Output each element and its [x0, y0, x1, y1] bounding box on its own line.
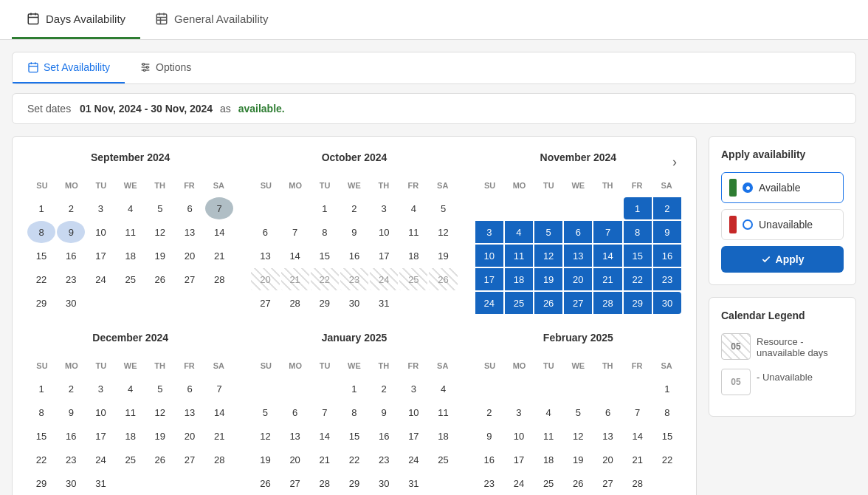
day-cell[interactable]: 4 [399, 197, 427, 219]
day-cell[interactable]: 27 [564, 292, 592, 314]
day-cell[interactable]: 10 [399, 401, 427, 423]
sub-tab-options[interactable]: Options [125, 52, 206, 83]
day-cell[interactable]: 28 [593, 292, 621, 314]
day-cell[interactable]: 29 [340, 472, 368, 494]
day-cell[interactable]: 8 [27, 221, 55, 243]
day-cell[interactable]: 9 [340, 221, 368, 243]
day-cell[interactable]: 5 [534, 221, 562, 243]
day-cell[interactable]: 5 [251, 401, 279, 423]
day-cell[interactable]: 30 [57, 472, 85, 494]
sub-tab-set-availability[interactable]: Set Availability [13, 52, 125, 83]
day-cell[interactable]: 8 [653, 401, 681, 423]
day-cell[interactable]: 9 [475, 425, 503, 447]
day-cell[interactable]: 15 [27, 425, 55, 447]
day-cell[interactable]: 9 [653, 221, 681, 243]
day-cell[interactable]: 19 [251, 448, 279, 471]
day-cell[interactable]: 26 [146, 268, 174, 290]
day-cell[interactable]: 16 [370, 425, 398, 447]
day-cell[interactable]: 29 [27, 292, 55, 314]
day-cell[interactable]: 20 [281, 448, 309, 471]
day-cell[interactable]: 2 [653, 197, 681, 219]
day-cell[interactable]: 9 [57, 401, 85, 423]
day-cell[interactable]: 31 [399, 472, 427, 494]
day-cell[interactable]: 22 [311, 268, 339, 290]
day-cell[interactable]: 15 [27, 245, 55, 267]
tab-days-availability[interactable]: Days Availability [12, 0, 140, 39]
day-cell[interactable]: 20 [593, 448, 621, 471]
day-cell[interactable]: 21 [624, 448, 652, 471]
day-cell[interactable]: 11 [429, 401, 457, 423]
day-cell[interactable]: 25 [429, 448, 457, 471]
day-cell[interactable]: 13 [176, 221, 204, 243]
apply-button[interactable]: Apply [721, 246, 844, 273]
day-cell[interactable]: 15 [653, 425, 681, 447]
day-cell[interactable]: 19 [564, 448, 592, 471]
day-cell[interactable]: 10 [86, 401, 114, 423]
day-cell[interactable]: 19 [146, 425, 174, 447]
day-cell[interactable]: 6 [564, 221, 592, 243]
day-cell[interactable]: 11 [534, 425, 562, 447]
day-cell[interactable]: 25 [399, 268, 427, 290]
day-cell[interactable]: 13 [176, 401, 204, 423]
day-cell[interactable]: 14 [205, 401, 233, 423]
day-cell[interactable]: 24 [505, 472, 533, 494]
day-cell[interactable]: 25 [117, 448, 145, 471]
day-cell[interactable]: 27 [281, 472, 309, 494]
day-cell[interactable]: 21 [593, 268, 621, 290]
day-cell[interactable]: 14 [593, 245, 621, 267]
unavailable-option[interactable]: Unavailable [721, 209, 844, 240]
day-cell[interactable]: 15 [311, 245, 339, 267]
day-cell[interactable]: 16 [653, 245, 681, 267]
day-cell[interactable]: 25 [534, 472, 562, 494]
day-cell[interactable]: 30 [653, 292, 681, 314]
day-cell[interactable]: 11 [505, 245, 533, 267]
day-cell[interactable]: 23 [340, 268, 368, 290]
day-cell[interactable]: 2 [370, 378, 398, 400]
day-cell[interactable]: 11 [117, 401, 145, 423]
day-cell[interactable]: 26 [146, 448, 174, 471]
day-cell[interactable]: 1 [653, 378, 681, 400]
day-cell[interactable]: 21 [281, 268, 309, 290]
day-cell[interactable]: 19 [534, 268, 562, 290]
day-cell[interactable]: 7 [205, 378, 233, 400]
day-cell[interactable]: 17 [86, 425, 114, 447]
day-cell[interactable]: 31 [86, 472, 114, 494]
day-cell[interactable]: 18 [429, 425, 457, 447]
day-cell[interactable]: 6 [593, 401, 621, 423]
day-cell[interactable]: 3 [475, 221, 503, 243]
day-cell[interactable]: 26 [429, 268, 457, 290]
day-cell[interactable]: 16 [340, 245, 368, 267]
day-cell[interactable]: 3 [86, 197, 114, 219]
day-cell[interactable]: 2 [57, 378, 85, 400]
day-cell[interactable]: 12 [146, 401, 174, 423]
day-cell[interactable]: 22 [340, 448, 368, 471]
day-cell[interactable]: 27 [176, 268, 204, 290]
day-cell[interactable]: 21 [311, 448, 339, 471]
day-cell[interactable]: 10 [86, 221, 114, 243]
day-cell[interactable]: 1 [27, 378, 55, 400]
day-cell[interactable]: 4 [534, 401, 562, 423]
day-cell[interactable]: 17 [475, 268, 503, 290]
day-cell[interactable]: 3 [399, 378, 427, 400]
day-cell[interactable]: 7 [624, 401, 652, 423]
day-cell[interactable]: 4 [505, 221, 533, 243]
day-cell[interactable]: 11 [117, 221, 145, 243]
unavailable-radio[interactable] [743, 219, 753, 230]
day-cell[interactable]: 3 [505, 401, 533, 423]
day-cell[interactable]: 17 [399, 425, 427, 447]
day-cell[interactable]: 21 [205, 425, 233, 447]
day-cell[interactable]: 24 [475, 292, 503, 314]
day-cell[interactable]: 4 [117, 378, 145, 400]
day-cell[interactable]: 6 [251, 221, 279, 243]
day-cell[interactable]: 20 [176, 425, 204, 447]
day-cell[interactable]: 23 [57, 448, 85, 471]
day-cell[interactable]: 27 [176, 448, 204, 471]
day-cell[interactable]: 18 [534, 448, 562, 471]
day-cell[interactable]: 2 [475, 401, 503, 423]
day-cell[interactable]: 12 [429, 221, 457, 243]
day-cell[interactable]: 19 [429, 245, 457, 267]
day-cell[interactable]: 24 [86, 448, 114, 471]
day-cell[interactable]: 7 [593, 221, 621, 243]
day-cell[interactable]: 23 [653, 268, 681, 290]
day-cell[interactable]: 12 [251, 425, 279, 447]
